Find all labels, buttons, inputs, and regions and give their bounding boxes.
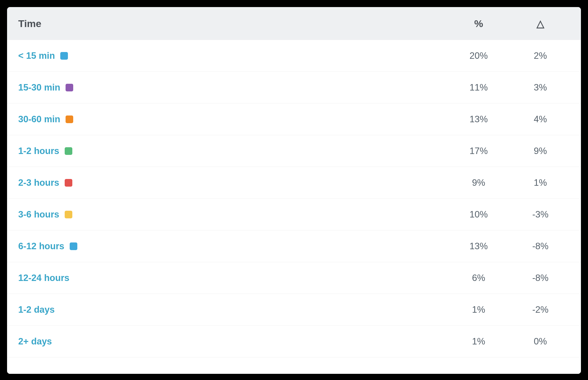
time-bucket-link[interactable]: 12-24 hours	[18, 273, 69, 283]
delta-value: 2%	[534, 51, 547, 61]
color-swatch-icon	[65, 179, 72, 187]
percent-value: 10%	[470, 209, 488, 220]
delta-value: 9%	[534, 146, 547, 156]
delta-value: 3%	[534, 82, 547, 93]
color-swatch-icon	[65, 211, 72, 218]
table-footer-spacer	[7, 357, 581, 374]
percent-value: 1%	[472, 336, 485, 346]
column-header-percent[interactable]: %	[474, 18, 483, 29]
delta-value: -2%	[532, 304, 548, 315]
table-row: 2+ days1%0%	[7, 326, 581, 357]
delta-value: -8%	[532, 241, 548, 251]
color-swatch-icon	[66, 84, 73, 91]
time-bucket-link[interactable]: 30-60 min	[18, 114, 60, 125]
column-header-delta[interactable]: △	[537, 19, 544, 29]
delta-value: -3%	[532, 209, 548, 220]
time-bucket-link[interactable]: 6-12 hours	[18, 241, 64, 252]
table-row: 6-12 hours13%-8%	[7, 230, 581, 262]
time-breakdown-table: Time % △ < 15 min20%2%15-30 min11%3%30-6…	[7, 7, 581, 374]
percent-value: 6%	[472, 273, 485, 283]
time-bucket-link[interactable]: 15-30 min	[18, 82, 60, 93]
percent-value: 9%	[472, 178, 485, 188]
percent-value: 17%	[470, 146, 488, 156]
percent-value: 13%	[470, 241, 488, 251]
delta-value: -8%	[532, 273, 548, 283]
table-row: 15-30 min11%3%	[7, 72, 581, 103]
time-bucket-link[interactable]: 2+ days	[18, 336, 52, 347]
color-swatch-icon	[60, 52, 68, 60]
table-row: 1-2 days1%-2%	[7, 294, 581, 326]
time-bucket-link[interactable]: 2-3 hours	[18, 178, 59, 188]
time-bucket-link[interactable]: 1-2 days	[18, 304, 55, 315]
color-swatch-icon	[70, 242, 77, 250]
delta-value: 1%	[534, 178, 547, 188]
table-row: 12-24 hours6%-8%	[7, 262, 581, 294]
percent-value: 20%	[470, 51, 488, 61]
table-row: < 15 min20%2%	[7, 40, 581, 72]
table-header-row: Time % △	[7, 7, 581, 40]
table-row: 2-3 hours9%1%	[7, 167, 581, 199]
color-swatch-icon	[66, 115, 73, 123]
color-swatch-icon	[65, 147, 72, 155]
table-row: 30-60 min13%4%	[7, 103, 581, 135]
delta-value: 4%	[534, 114, 547, 124]
percent-value: 13%	[470, 114, 488, 124]
time-bucket-link[interactable]: < 15 min	[18, 51, 55, 61]
time-bucket-link[interactable]: 1-2 hours	[18, 146, 59, 156]
percent-value: 11%	[470, 82, 488, 93]
percent-value: 1%	[472, 304, 485, 315]
time-bucket-link[interactable]: 3-6 hours	[18, 209, 59, 220]
table-row: 3-6 hours10%-3%	[7, 199, 581, 230]
column-header-time[interactable]: Time	[18, 18, 41, 29]
table-row: 1-2 hours17%9%	[7, 135, 581, 167]
delta-value: 0%	[534, 336, 547, 346]
